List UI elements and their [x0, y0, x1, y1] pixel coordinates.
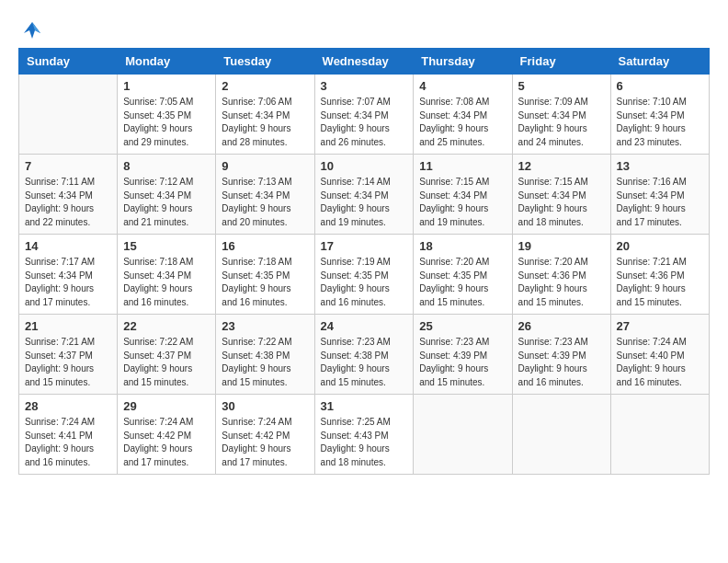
- day-number: 14: [25, 239, 111, 253]
- calendar-cell: 4Sunrise: 7:08 AM Sunset: 4:34 PM Daylig…: [414, 75, 512, 155]
- page-header: [18, 18, 710, 39]
- calendar-cell: 5Sunrise: 7:09 AM Sunset: 4:34 PM Daylig…: [512, 75, 610, 155]
- day-info: Sunrise: 7:24 AM Sunset: 4:42 PM Dayligh…: [123, 416, 210, 469]
- calendar-cell: 17Sunrise: 7:19 AM Sunset: 4:35 PM Dayli…: [314, 235, 414, 315]
- day-number: 30: [222, 399, 308, 413]
- day-info: Sunrise: 7:21 AM Sunset: 4:37 PM Dayligh…: [25, 336, 111, 389]
- calendar-cell: 7Sunrise: 7:11 AM Sunset: 4:34 PM Daylig…: [19, 155, 118, 235]
- weekday-header-wednesday: Wednesday: [314, 49, 414, 75]
- day-number: 26: [518, 319, 605, 333]
- weekday-row: SundayMondayTuesdayWednesdayThursdayFrid…: [19, 49, 710, 75]
- day-number: 3: [321, 79, 408, 93]
- calendar-week-row: 1Sunrise: 7:05 AM Sunset: 4:35 PM Daylig…: [19, 75, 710, 155]
- logo-bird-icon: [20, 18, 44, 42]
- day-number: 7: [25, 159, 111, 173]
- day-info: Sunrise: 7:18 AM Sunset: 4:34 PM Dayligh…: [123, 256, 210, 309]
- day-number: 2: [222, 79, 308, 93]
- calendar-week-row: 21Sunrise: 7:21 AM Sunset: 4:37 PM Dayli…: [19, 315, 710, 395]
- day-info: Sunrise: 7:06 AM Sunset: 4:34 PM Dayligh…: [222, 96, 308, 149]
- calendar-cell: 30Sunrise: 7:24 AM Sunset: 4:42 PM Dayli…: [216, 395, 314, 475]
- calendar-cell: 9Sunrise: 7:13 AM Sunset: 4:34 PM Daylig…: [216, 155, 314, 235]
- calendar-cell: 26Sunrise: 7:23 AM Sunset: 4:39 PM Dayli…: [512, 315, 610, 395]
- logo-text: [18, 18, 46, 42]
- calendar-cell: 21Sunrise: 7:21 AM Sunset: 4:37 PM Dayli…: [19, 315, 118, 395]
- day-info: Sunrise: 7:24 AM Sunset: 4:42 PM Dayligh…: [222, 416, 308, 469]
- day-number: 17: [321, 239, 408, 253]
- day-number: 20: [617, 239, 703, 253]
- calendar-body: 1Sunrise: 7:05 AM Sunset: 4:35 PM Daylig…: [19, 75, 710, 475]
- calendar-cell: [610, 395, 709, 475]
- calendar-cell: 20Sunrise: 7:21 AM Sunset: 4:36 PM Dayli…: [610, 235, 709, 315]
- calendar-header: SundayMondayTuesdayWednesdayThursdayFrid…: [19, 49, 710, 75]
- day-number: 19: [518, 239, 605, 253]
- day-info: Sunrise: 7:13 AM Sunset: 4:34 PM Dayligh…: [222, 176, 308, 229]
- day-info: Sunrise: 7:08 AM Sunset: 4:34 PM Dayligh…: [419, 96, 506, 149]
- day-number: 8: [123, 159, 210, 173]
- calendar-cell: 27Sunrise: 7:24 AM Sunset: 4:40 PM Dayli…: [610, 315, 709, 395]
- day-info: Sunrise: 7:12 AM Sunset: 4:34 PM Dayligh…: [123, 176, 210, 229]
- day-number: 25: [419, 319, 506, 333]
- calendar-cell: 11Sunrise: 7:15 AM Sunset: 4:34 PM Dayli…: [414, 155, 512, 235]
- weekday-header-friday: Friday: [512, 49, 610, 75]
- calendar-cell: 10Sunrise: 7:14 AM Sunset: 4:34 PM Dayli…: [314, 155, 414, 235]
- day-number: 5: [518, 79, 605, 93]
- day-number: 1: [123, 79, 210, 93]
- calendar-cell: 8Sunrise: 7:12 AM Sunset: 4:34 PM Daylig…: [118, 155, 216, 235]
- day-info: Sunrise: 7:05 AM Sunset: 4:35 PM Dayligh…: [123, 96, 210, 149]
- calendar-cell: 13Sunrise: 7:16 AM Sunset: 4:34 PM Dayli…: [610, 155, 709, 235]
- day-info: Sunrise: 7:15 AM Sunset: 4:34 PM Dayligh…: [419, 176, 506, 229]
- day-info: Sunrise: 7:07 AM Sunset: 4:34 PM Dayligh…: [321, 96, 408, 149]
- day-number: 13: [617, 159, 703, 173]
- day-info: Sunrise: 7:22 AM Sunset: 4:37 PM Dayligh…: [123, 336, 210, 389]
- calendar-cell: 16Sunrise: 7:18 AM Sunset: 4:35 PM Dayli…: [216, 235, 314, 315]
- calendar-cell: 15Sunrise: 7:18 AM Sunset: 4:34 PM Dayli…: [118, 235, 216, 315]
- calendar-cell: [19, 75, 118, 155]
- day-info: Sunrise: 7:11 AM Sunset: 4:34 PM Dayligh…: [25, 176, 111, 229]
- day-number: 6: [617, 79, 703, 93]
- calendar-cell: 1Sunrise: 7:05 AM Sunset: 4:35 PM Daylig…: [118, 75, 216, 155]
- day-number: 9: [222, 159, 308, 173]
- day-number: 11: [419, 159, 506, 173]
- calendar-cell: 28Sunrise: 7:24 AM Sunset: 4:41 PM Dayli…: [19, 395, 118, 475]
- day-number: 4: [419, 79, 506, 93]
- calendar-table: SundayMondayTuesdayWednesdayThursdayFrid…: [18, 48, 710, 475]
- calendar-cell: 2Sunrise: 7:06 AM Sunset: 4:34 PM Daylig…: [216, 75, 314, 155]
- day-info: Sunrise: 7:23 AM Sunset: 4:39 PM Dayligh…: [518, 336, 605, 389]
- calendar-cell: [512, 395, 610, 475]
- calendar-cell: 31Sunrise: 7:25 AM Sunset: 4:43 PM Dayli…: [314, 395, 414, 475]
- calendar-cell: 23Sunrise: 7:22 AM Sunset: 4:38 PM Dayli…: [216, 315, 314, 395]
- day-number: 18: [419, 239, 506, 253]
- calendar-week-row: 28Sunrise: 7:24 AM Sunset: 4:41 PM Dayli…: [19, 395, 710, 475]
- calendar-cell: 25Sunrise: 7:23 AM Sunset: 4:39 PM Dayli…: [414, 315, 512, 395]
- calendar-week-row: 7Sunrise: 7:11 AM Sunset: 4:34 PM Daylig…: [19, 155, 710, 235]
- day-info: Sunrise: 7:20 AM Sunset: 4:36 PM Dayligh…: [518, 256, 605, 309]
- day-number: 21: [25, 319, 111, 333]
- day-info: Sunrise: 7:24 AM Sunset: 4:41 PM Dayligh…: [25, 416, 111, 469]
- day-number: 29: [123, 399, 210, 413]
- weekday-header-monday: Monday: [118, 49, 216, 75]
- calendar-cell: 29Sunrise: 7:24 AM Sunset: 4:42 PM Dayli…: [118, 395, 216, 475]
- day-number: 16: [222, 239, 308, 253]
- day-info: Sunrise: 7:22 AM Sunset: 4:38 PM Dayligh…: [222, 336, 308, 389]
- calendar-cell: 6Sunrise: 7:10 AM Sunset: 4:34 PM Daylig…: [610, 75, 709, 155]
- calendar-cell: 3Sunrise: 7:07 AM Sunset: 4:34 PM Daylig…: [314, 75, 414, 155]
- calendar-cell: [414, 395, 512, 475]
- day-info: Sunrise: 7:23 AM Sunset: 4:38 PM Dayligh…: [321, 336, 408, 389]
- calendar-cell: 12Sunrise: 7:15 AM Sunset: 4:34 PM Dayli…: [512, 155, 610, 235]
- calendar-week-row: 14Sunrise: 7:17 AM Sunset: 4:34 PM Dayli…: [19, 235, 710, 315]
- day-info: Sunrise: 7:24 AM Sunset: 4:40 PM Dayligh…: [617, 336, 703, 389]
- day-info: Sunrise: 7:18 AM Sunset: 4:35 PM Dayligh…: [222, 256, 308, 309]
- logo: [18, 18, 46, 39]
- day-number: 23: [222, 319, 308, 333]
- weekday-header-sunday: Sunday: [19, 49, 118, 75]
- day-number: 10: [321, 159, 408, 173]
- day-info: Sunrise: 7:16 AM Sunset: 4:34 PM Dayligh…: [617, 176, 703, 229]
- day-info: Sunrise: 7:20 AM Sunset: 4:35 PM Dayligh…: [419, 256, 506, 309]
- calendar-cell: 22Sunrise: 7:22 AM Sunset: 4:37 PM Dayli…: [118, 315, 216, 395]
- calendar-cell: 19Sunrise: 7:20 AM Sunset: 4:36 PM Dayli…: [512, 235, 610, 315]
- calendar-cell: 24Sunrise: 7:23 AM Sunset: 4:38 PM Dayli…: [314, 315, 414, 395]
- day-info: Sunrise: 7:25 AM Sunset: 4:43 PM Dayligh…: [321, 416, 408, 469]
- day-number: 24: [321, 319, 408, 333]
- day-info: Sunrise: 7:14 AM Sunset: 4:34 PM Dayligh…: [321, 176, 408, 229]
- day-number: 27: [617, 319, 703, 333]
